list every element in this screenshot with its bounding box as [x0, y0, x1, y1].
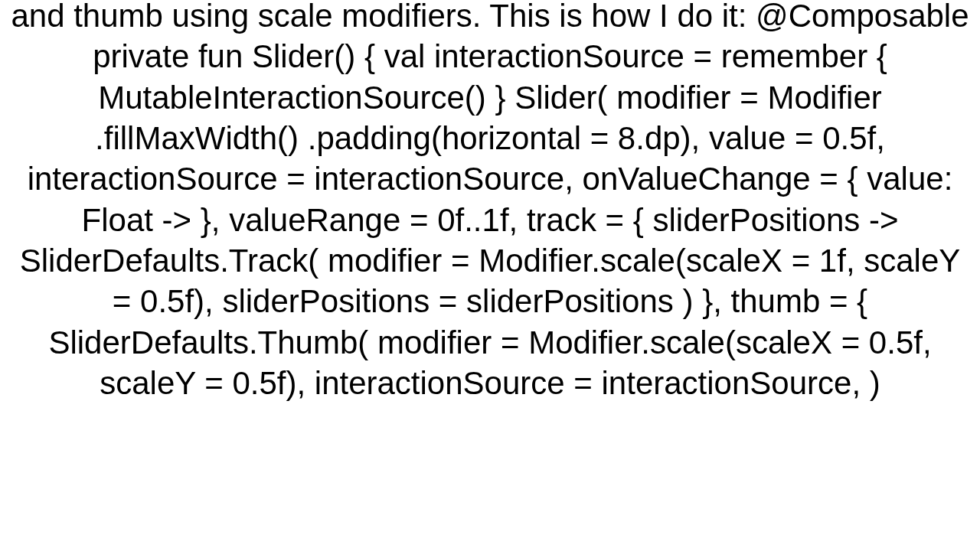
body-text: and thumb using scale modifiers. This is…	[8, 0, 972, 403]
document-body: and thumb using scale modifiers. This is…	[0, 0, 980, 551]
